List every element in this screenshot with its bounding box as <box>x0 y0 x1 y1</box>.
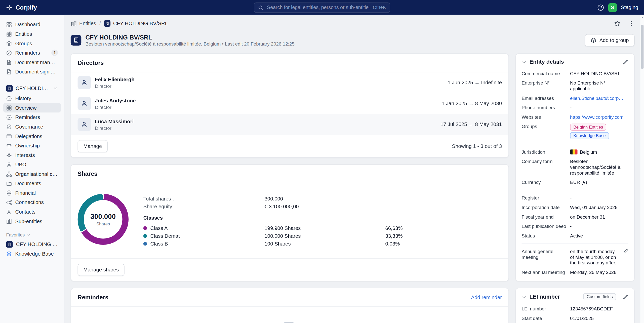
favorite-item-cfy-holding[interactable]: CFY HOLDING BV/SRL <box>3 239 61 249</box>
sidebar-label: UBO <box>15 162 26 167</box>
group-badge[interactable]: Belgian Entities <box>570 124 606 131</box>
sidebar-item-entity-reminders[interactable]: Reminders <box>3 112 61 122</box>
entity-selector[interactable]: CFY HOLDING BV/... <box>3 83 61 94</box>
director-row[interactable]: Jules Andystone Director 1 Jan 2025 → 8 … <box>71 93 508 114</box>
website-link[interactable]: https://www.corporify.com <box>570 114 625 120</box>
sidebar-item-dashboard[interactable]: Dashboard <box>3 20 61 29</box>
global-search[interactable]: Ctrl+K <box>254 2 390 13</box>
sidebar-item-organisational-chart[interactable]: Organisational chart <box>3 169 61 179</box>
detail-label: Groups <box>521 124 567 129</box>
favorites-section-header[interactable]: Favorites <box>6 232 58 237</box>
sidebar-label: Document signings <box>15 69 58 74</box>
brand-logo[interactable]: Corpify <box>6 4 37 11</box>
detail-label: Annual general meeting <box>521 248 567 260</box>
connections-icon <box>6 199 12 205</box>
detail-label: Phone numbers <box>521 105 567 110</box>
director-role: Director <box>95 126 134 131</box>
help-icon[interactable] <box>597 4 604 11</box>
sidebar-label: Contacts <box>15 209 35 215</box>
class-name: Class A <box>150 225 168 231</box>
sidebar-item-delegations[interactable]: Delegations <box>3 131 61 141</box>
edit-pencil-icon[interactable] <box>623 294 628 300</box>
breadcrumb-label: CFY HOLDING BV/SRL <box>113 21 168 26</box>
page-header-text: CFY HOLDING BV/SRL Besloten vennootschap… <box>86 34 295 47</box>
sidebar-item-documents[interactable]: Documents <box>3 179 61 188</box>
group-badges: Belgian Entities Knowledge Base <box>570 124 625 139</box>
share-class-row: Class B 100 Shares 0,03% <box>143 240 502 248</box>
favorite-item-knowledge-base[interactable]: Knowledge Base <box>3 249 61 258</box>
search-input[interactable] <box>266 4 370 11</box>
sidebar-label: Interests <box>15 152 35 158</box>
belgium-flag-icon <box>570 149 577 154</box>
sidebar-item-history[interactable]: History <box>3 94 61 103</box>
manage-directors-button[interactable]: Manage <box>78 140 108 152</box>
director-name: Felix Elienbergh <box>95 76 135 83</box>
breadcrumb-entities[interactable]: Entities <box>71 20 96 26</box>
sidebar-item-reminders[interactable]: Reminders 1 <box>3 48 61 58</box>
scrollbar-thumb[interactable] <box>641 25 644 69</box>
lei-card: LEI number Custom fields LEI number 1234… <box>515 288 634 323</box>
detail-value: Wed, 01 January 2025 <box>570 204 625 210</box>
sidebar-item-financial[interactable]: Financial <box>3 188 61 198</box>
financial-icon <box>6 190 12 196</box>
class-percent: 33,33% <box>385 233 502 239</box>
sidebar-item-document-manager[interactable]: Document manager <box>3 58 61 67</box>
edit-field-pencil-icon[interactable] <box>623 248 628 254</box>
jurisdiction-value: Belgium <box>570 149 625 155</box>
director-row[interactable]: Luca Massimori Director 17 Jul 2025 → 8 … <box>71 114 508 135</box>
collapse-chevron-icon[interactable] <box>521 59 527 64</box>
class-color-dot <box>143 226 147 230</box>
collapse-chevron-icon[interactable] <box>521 294 527 299</box>
group-badge[interactable]: Knowledge Base <box>570 132 609 139</box>
search-shortcut: Ctrl+K <box>373 5 386 10</box>
class-amount: 199.900 Shares <box>264 225 385 231</box>
dashboard-icon <box>6 22 12 27</box>
divider <box>521 144 628 144</box>
share-class-row: Class Demat 100.000 Shares 33,33% <box>143 232 502 240</box>
sidebar-item-overview[interactable]: Overview <box>3 103 61 113</box>
entity-chip-icon <box>104 20 111 27</box>
favorite-star-icon[interactable] <box>614 20 621 27</box>
scroll-up-arrow[interactable] <box>640 15 644 21</box>
director-role: Director <box>95 105 136 110</box>
sidebar-item-contacts[interactable]: Contacts <box>3 207 61 217</box>
edit-pencil-icon[interactable] <box>623 59 628 65</box>
sidebar-item-connections[interactable]: Connections <box>3 197 61 207</box>
kebab-menu-icon[interactable] <box>628 20 634 27</box>
sidebar-item-groups[interactable]: Groups <box>3 38 61 48</box>
sidebar-item-interests[interactable]: Interests <box>3 150 61 160</box>
director-term: 17 Jul 2025 → 8 May 2031 <box>440 122 502 127</box>
sidebar-item-ubo[interactable]: UBO <box>3 160 61 169</box>
manage-shares-button[interactable]: Manage shares <box>78 264 125 276</box>
class-color-dot <box>143 242 147 246</box>
detail-label: Fiscal year end <box>521 214 567 220</box>
director-term: 1 Jun 2025 → Indefinite <box>448 80 502 86</box>
sidebar-item-governance[interactable]: Governance <box>3 122 61 132</box>
sidebar-item-sub-entities[interactable]: Sub-entities <box>3 216 61 226</box>
class-percent: 0,03% <box>385 241 502 247</box>
detail-label: Incorporation date <box>521 204 567 210</box>
sidebar-label: History <box>15 96 31 101</box>
director-name: Jules Andystone <box>95 98 136 104</box>
add-to-group-button[interactable]: Add to group <box>585 34 635 46</box>
detail-value: CFY HOLDING BV/SRL <box>570 70 625 76</box>
detail-label: Commercial name <box>521 70 567 76</box>
sidebar-label: Groups <box>15 41 32 46</box>
directors-card: Directors Felix Elienbergh Director 1 Ju… <box>71 53 509 158</box>
director-info: Luca Massimori Director <box>95 118 134 130</box>
page-scrollbar <box>640 15 644 323</box>
total-shares-value: 300.000 <box>264 196 385 201</box>
email-link[interactable]: ellen.Stichelbaut@corporify.c... <box>570 95 625 101</box>
user-avatar[interactable]: S <box>608 3 617 12</box>
director-row[interactable]: Felix Elienbergh Director 1 Jun 2025 → I… <box>71 72 508 93</box>
detail-value: Belgium <box>580 149 597 154</box>
sidebar-label: Document manager <box>15 59 58 65</box>
shares-donut-chart: 300.000 Shares <box>78 194 129 245</box>
add-reminder-link[interactable]: Add reminder <box>471 295 502 300</box>
sidebar-item-document-signings[interactable]: Document signings <box>3 67 61 76</box>
sidebar-item-entities[interactable]: Entities <box>3 29 61 39</box>
sidebar-item-ownership[interactable]: Ownership <box>3 141 61 150</box>
brand-name: Corpify <box>16 4 37 11</box>
breadcrumb-current[interactable]: CFY HOLDING BV/SRL <box>104 20 168 27</box>
governance-icon <box>6 124 12 130</box>
